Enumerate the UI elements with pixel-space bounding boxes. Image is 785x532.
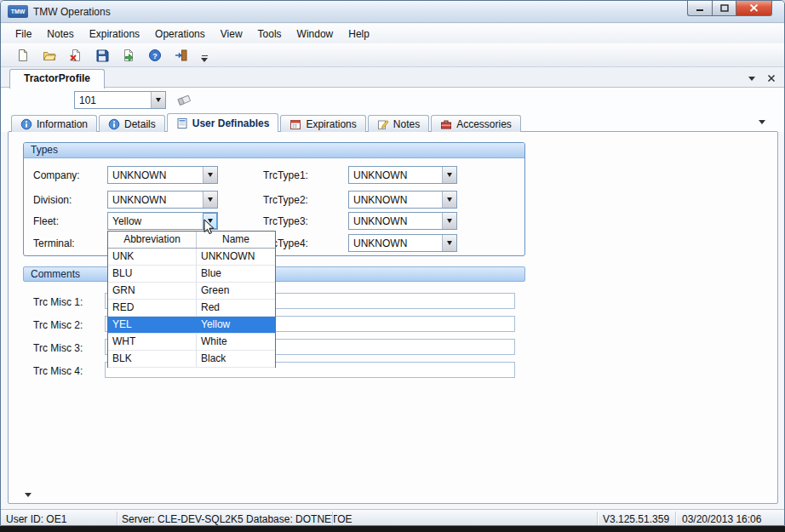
open-folder-button[interactable] [39, 45, 60, 66]
tab-list-chevron-icon[interactable] [748, 77, 755, 81]
company-combo-button[interactable] [203, 167, 217, 183]
help-icon: ? [148, 49, 162, 62]
help-button[interactable]: ? [145, 45, 165, 66]
types-group-header: Types [24, 143, 524, 158]
status-separator [675, 512, 676, 525]
dropdown-row-grn[interactable]: GRN Green [108, 283, 275, 300]
chevron-down-icon [156, 98, 161, 102]
trctype4-combo-button[interactable] [442, 235, 456, 251]
tractor-combobox[interactable]: 101 [74, 91, 166, 109]
titlebar: TMW TMW Operations [1, 1, 784, 23]
open-folder-icon [43, 49, 56, 62]
tab-information[interactable]: Information [11, 115, 97, 132]
fleet-combobox[interactable]: Yellow [107, 212, 218, 230]
menu-item-notes[interactable]: Notes [39, 26, 81, 43]
new-document-icon [16, 49, 30, 62]
chevron-down-icon [25, 493, 32, 497]
tmw-operations-window: TMW TMW Operations File Notes Expiration… [0, 0, 785, 526]
delete-document-button[interactable] [66, 45, 86, 66]
terminal-label: Terminal: [33, 237, 75, 249]
overflow-bar [202, 55, 208, 56]
tab-details[interactable]: Details [99, 115, 165, 132]
tab-expirations[interactable]: Expirations [280, 115, 365, 132]
name-cell: Red [197, 300, 275, 316]
abbreviation-cell: GRN [108, 283, 197, 299]
pencil-note-icon [377, 118, 389, 130]
menu-item-expirations[interactable]: Expirations [82, 26, 147, 43]
minimize-button[interactable] [687, 1, 712, 16]
tractor-combo-button[interactable] [151, 92, 165, 108]
tab-label: Notes [393, 118, 420, 130]
trc-misc-1-label: Trc Misc 1: [33, 296, 83, 308]
trc-misc-3-label: Trc Misc 3: [33, 342, 83, 354]
trc-misc-4-label: Trc Misc 4: [33, 365, 83, 377]
name-cell: Yellow [197, 317, 275, 333]
trctype1-combobox[interactable]: UNKNOWN [348, 166, 457, 184]
chevron-down-icon [208, 197, 213, 202]
save-icon [95, 49, 109, 62]
name-cell: White [197, 334, 275, 350]
panel-collapse-button[interactable] [21, 489, 35, 501]
status-server: Server: CLE-DEV-SQL2K5 Database: DOTNETO… [122, 513, 352, 525]
trctype2-label: TrcType2: [263, 194, 308, 206]
save-button[interactable] [92, 45, 112, 66]
dropdown-row-unk[interactable]: UNK UNKNOWN [108, 249, 275, 266]
calendar-icon [289, 118, 301, 130]
menu-item-window[interactable]: Window [289, 26, 341, 43]
exit-icon [175, 49, 188, 62]
clear-button[interactable] [176, 93, 193, 108]
trctype2-value: UNKNOWN [353, 194, 440, 206]
division-label: Division: [33, 194, 72, 206]
menu-item-view[interactable]: View [213, 26, 250, 43]
name-cell: Black [197, 351, 275, 367]
new-document-button[interactable] [13, 45, 33, 66]
menu-item-tools[interactable]: Tools [250, 26, 289, 43]
trctype3-value: UNKNOWN [353, 215, 440, 227]
trctype3-combobox[interactable]: UNKNOWN [348, 212, 457, 230]
tmw-logo-icon: TMW [8, 5, 28, 18]
trctype4-value: UNKNOWN [353, 237, 440, 249]
dropdown-row-blu[interactable]: BLU Blue [108, 266, 275, 283]
toolbar: ? [1, 43, 784, 67]
abbreviation-cell: WHT [108, 334, 197, 350]
info-icon [20, 118, 32, 130]
name-cell: Blue [197, 266, 275, 282]
trctype2-combobox[interactable]: UNKNOWN [348, 191, 457, 209]
trctype3-combo-button[interactable] [442, 213, 456, 229]
toolbar-overflow-button[interactable] [201, 49, 208, 62]
tab-label: User Definables [192, 117, 270, 129]
delete-document-icon [69, 49, 83, 62]
trctype2-combo-button[interactable] [442, 192, 456, 208]
menu-item-operations[interactable]: Operations [147, 26, 213, 43]
chevron-down-icon [447, 241, 452, 245]
trctype4-combobox[interactable]: UNKNOWN [348, 234, 457, 252]
close-tab-icon[interactable] [767, 74, 776, 83]
division-combobox[interactable]: UNKNOWN [107, 191, 218, 209]
abbreviation-cell: BLU [108, 266, 197, 282]
trctype3-label: TrcType3: [263, 215, 308, 227]
dropdown-row-blk[interactable]: BLK Black [108, 351, 275, 368]
eraser-icon [176, 93, 193, 108]
export-document-button[interactable] [118, 45, 139, 66]
tab-tractorprofile[interactable]: TractorProfile [9, 69, 105, 89]
menu-item-file[interactable]: File [8, 26, 39, 43]
division-combo-button[interactable] [203, 192, 217, 208]
maximize-button[interactable] [712, 1, 736, 16]
tractor-value: 101 [79, 94, 149, 106]
tab-label: Accessories [456, 118, 512, 130]
close-button[interactable] [736, 1, 772, 16]
tab-notes[interactable]: Notes [368, 115, 429, 132]
chevron-down-icon [447, 173, 452, 177]
trc-misc-2-label: Trc Misc 2: [33, 319, 83, 331]
dropdown-row-red[interactable]: RED Red [108, 300, 275, 317]
dropdown-row-wht[interactable]: WHT White [108, 334, 275, 351]
company-value: UNKNOWN [112, 169, 201, 181]
menu-item-help[interactable]: Help [341, 26, 377, 43]
dropdown-row-yel-selected[interactable]: YEL Yellow [108, 317, 275, 334]
company-combobox[interactable]: UNKNOWN [107, 166, 218, 184]
tab-accessories[interactable]: Accessories [431, 115, 521, 132]
tab-user-definables[interactable]: User Definables [167, 113, 279, 132]
exit-button[interactable] [171, 45, 192, 66]
tabs-overflow-button[interactable] [759, 120, 765, 124]
trctype1-combo-button[interactable] [442, 167, 456, 183]
